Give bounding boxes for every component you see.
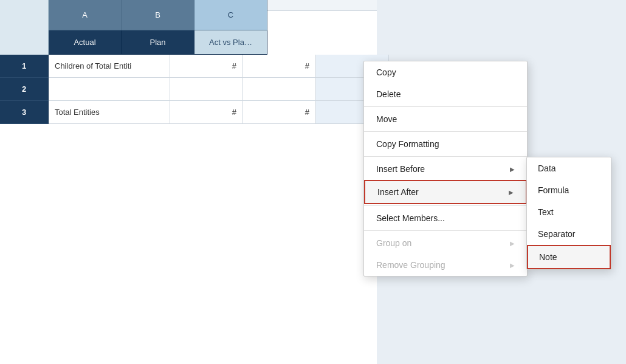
row-2-label (49, 78, 170, 101)
menu-item-copy-formatting[interactable]: Copy Formatting (364, 133, 527, 155)
submenu-arrow-remove-grouping: ▶ (510, 262, 515, 269)
row-num-1: 1 (0, 55, 49, 78)
row-2-actual (170, 78, 243, 101)
row-3-label: Total Entities (49, 101, 170, 124)
menu-separator-4 (364, 205, 527, 206)
col-header-b: B (122, 0, 194, 30)
row-1-label: Children of Total Entiti (49, 55, 170, 78)
submenu-arrow-group-on: ▶ (510, 240, 515, 247)
row-3-actual: # (170, 101, 243, 124)
sub-headers: Actual Plan Act vs Pla… (49, 30, 267, 55)
menu-item-select-members[interactable]: Select Members... (364, 207, 527, 229)
context-menu: Copy Delete Move Copy Formatting Insert … (363, 61, 528, 276)
submenu-arrow-insert-after: ▶ (509, 189, 514, 196)
menu-item-group-on: Group on ▶ (364, 232, 527, 254)
row-1-plan: # (243, 55, 316, 78)
submenu-item-text[interactable]: Text (527, 201, 611, 223)
menu-separator-2 (364, 131, 527, 132)
menu-item-delete[interactable]: Delete (364, 83, 527, 105)
row-1-actual: # (170, 55, 243, 78)
submenu-arrow-insert-before: ▶ (510, 166, 515, 173)
row-3-plan: # (243, 101, 316, 124)
menu-separator-5 (364, 230, 527, 231)
menu-separator-3 (364, 156, 527, 157)
menu-item-move[interactable]: Move (364, 108, 527, 130)
submenu-item-note[interactable]: Note (527, 245, 611, 269)
row-1-data: # # (170, 55, 389, 78)
submenu-item-data[interactable]: Data (527, 157, 611, 179)
spreadsheet: A B C Actual Plan Act vs Pla… 1 Children… (0, 0, 377, 364)
row-num-3: 3 (0, 101, 49, 124)
submenu-item-separator[interactable]: Separator (527, 223, 611, 245)
menu-item-insert-before[interactable]: Insert Before ▶ (364, 158, 527, 180)
submenu-item-formula[interactable]: Formula (527, 179, 611, 201)
context-submenu: Data Formula Text Separator Note (526, 157, 611, 270)
row-num-2: 2 (0, 78, 49, 101)
col-header-a: A (49, 0, 122, 30)
sub-header-plan: Plan (122, 30, 194, 55)
sub-header-actual: Actual (49, 30, 122, 55)
row-3-data: # # (170, 101, 389, 124)
col-header-c: C (194, 0, 267, 30)
row-2-data (170, 78, 389, 101)
sub-header-actvspla: Act vs Pla… (194, 30, 267, 55)
row-2-plan (243, 78, 316, 101)
menu-item-insert-after[interactable]: Insert After ▶ (364, 180, 527, 204)
menu-separator-1 (364, 106, 527, 107)
menu-item-copy[interactable]: Copy (364, 61, 527, 83)
col-headers: A B C (49, 0, 267, 30)
menu-item-remove-grouping: Remove Grouping ▶ (364, 254, 527, 276)
